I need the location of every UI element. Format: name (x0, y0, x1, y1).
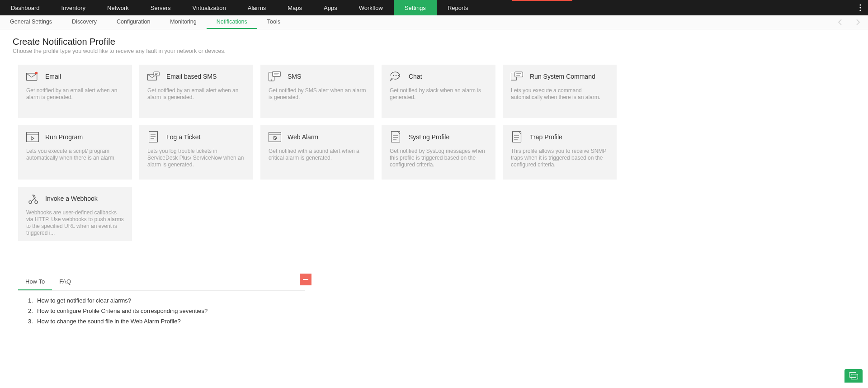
card-desc: Get notified by SysLog messages when thi… (390, 148, 487, 168)
card-title: Run System Command (530, 73, 595, 80)
card-desc: Webhooks are user-defined callbacks via … (26, 209, 124, 237)
svg-rect-18 (515, 72, 523, 77)
svg-rect-6 (154, 72, 159, 76)
svg-point-16 (398, 75, 399, 76)
topnav-virtualization[interactable]: Virtualization (182, 0, 237, 15)
card-desc: This profile allows you to receive SNMP … (511, 148, 609, 168)
page-subtitle: Choose the profile type you would like t… (13, 48, 855, 54)
card-title: Invoke a Webhook (45, 195, 98, 202)
card-title: Email based SMS (166, 73, 217, 80)
topnav-settings[interactable]: Settings (394, 0, 437, 15)
subnav-prev-icon[interactable] (834, 16, 846, 28)
syslog-icon (390, 132, 402, 142)
card-run-program[interactable]: Run Program Lets you execute a script/ p… (18, 125, 132, 180)
svg-point-14 (393, 75, 394, 76)
sub-nav: General Settings Discovery Configuration… (0, 15, 868, 29)
card-title: Trap Profile (530, 133, 562, 141)
subnav-monitoring[interactable]: Monitoring (160, 15, 206, 29)
card-email-based-sms[interactable]: Email based SMS Get notified by an email… (139, 65, 253, 118)
program-icon (26, 132, 39, 142)
card-title: Log a Ticket (166, 133, 201, 141)
topnav-workflow[interactable]: Workflow (348, 0, 394, 15)
howto-tab-howto[interactable]: How To (18, 274, 52, 290)
card-title: Email (45, 73, 61, 80)
howto-collapse-button[interactable] (300, 274, 311, 285)
card-title: Web Alarm (288, 133, 318, 141)
card-run-system-command[interactable]: Run System Command Lets you execute a co… (503, 65, 617, 118)
subnav-configuration[interactable]: Configuration (107, 15, 160, 29)
email-icon (26, 71, 39, 82)
topnav-maps[interactable]: Maps (277, 0, 313, 15)
card-web-alarm[interactable]: Web Alarm Get notified with a sound aler… (260, 125, 374, 180)
card-syslog-profile[interactable]: SysLog Profile Get notified by SysLog me… (382, 125, 495, 180)
card-title: Chat (409, 73, 422, 80)
topnav-network[interactable]: Network (96, 0, 140, 15)
card-title: Run Program (45, 133, 83, 141)
topnav-inventory[interactable]: Inventory (51, 0, 96, 15)
topnav-apps[interactable]: Apps (313, 0, 348, 15)
card-sms[interactable]: SMS Get notified by SMS alert when an al… (260, 65, 374, 118)
howto-item-text: How to configure Profile Criteria and it… (37, 308, 208, 314)
svg-point-4 (35, 72, 38, 75)
chat-icon (390, 71, 402, 82)
card-desc: Lets you execute a script/ program autom… (26, 148, 124, 161)
subnav-discovery[interactable]: Discovery (62, 15, 107, 29)
card-desc: Lets you execute a command automatically… (511, 87, 609, 101)
card-desc: Get notified with a sound alert when a c… (269, 148, 366, 161)
topnav-more-icon[interactable] (853, 0, 868, 15)
svg-point-1 (859, 7, 861, 8)
svg-rect-21 (27, 132, 39, 142)
command-icon (511, 71, 524, 82)
svg-point-2 (859, 9, 861, 11)
topnav-servers[interactable]: Servers (140, 0, 182, 15)
subnav-next-icon[interactable] (852, 16, 864, 28)
sms-icon (269, 71, 281, 82)
svg-rect-11 (273, 71, 281, 76)
card-title: SysLog Profile (409, 133, 449, 141)
topnav-alarms[interactable]: Alarms (237, 0, 277, 15)
card-desc: Lets you log trouble tickets in ServiceD… (147, 148, 245, 168)
card-trap-profile[interactable]: Trap Profile This profile allows you to … (503, 125, 617, 180)
svg-point-15 (396, 75, 396, 76)
svg-point-38 (29, 201, 32, 203)
svg-point-0 (859, 4, 861, 5)
subnav-tools[interactable]: Tools (257, 15, 290, 29)
page-title: Create Notification Profile (13, 37, 855, 47)
svg-point-10 (271, 80, 272, 80)
trap-icon (511, 132, 524, 142)
subnav-general-settings[interactable]: General Settings (0, 15, 62, 29)
card-invoke-a-webhook[interactable]: Invoke a Webhook Webhooks are user-defin… (18, 187, 132, 241)
howto-item[interactable]: 2.How to configure Profile Criteria and … (28, 308, 850, 314)
webhook-icon (26, 193, 39, 204)
card-desc: Get notified by SMS alert when an alarm … (269, 87, 366, 101)
ticket-icon (147, 132, 160, 142)
email-sms-icon (147, 71, 160, 82)
howto-tabbar: How To FAQ (18, 274, 305, 291)
card-email[interactable]: Email Get notified by an email alert whe… (18, 65, 132, 118)
subnav-notifications[interactable]: Notifications (207, 15, 257, 29)
topnav-reports[interactable]: Reports (437, 0, 479, 15)
card-log-a-ticket[interactable]: Log a Ticket Lets you log trouble ticket… (139, 125, 253, 180)
card-desc: Get notified by an email alert when an a… (147, 87, 245, 101)
svg-rect-40 (303, 279, 308, 280)
howto-item[interactable]: 1.How to get notified for clear alarms? (28, 297, 850, 304)
feedback-floating-button[interactable] (844, 369, 863, 383)
howto-item[interactable]: 3.How to change the sound file in the We… (28, 318, 850, 325)
card-title: SMS (288, 73, 301, 80)
howto-tab-faq[interactable]: FAQ (52, 274, 78, 290)
card-desc: Get notified by an email alert when an a… (26, 87, 124, 101)
top-nav: Dashboard Inventory Network Servers Virt… (0, 0, 868, 15)
web-alarm-icon (269, 132, 281, 142)
card-desc: Get notified by slack when an alarm is g… (390, 87, 487, 101)
howto-item-text: How to change the sound file in the Web … (37, 318, 181, 325)
howto-item-text: How to get notified for clear alarms? (37, 297, 131, 304)
svg-rect-42 (851, 374, 858, 379)
topnav-dashboard[interactable]: Dashboard (0, 0, 51, 15)
card-chat[interactable]: Chat Get notified by slack when an alarm… (382, 65, 495, 118)
svg-rect-41 (849, 373, 856, 378)
